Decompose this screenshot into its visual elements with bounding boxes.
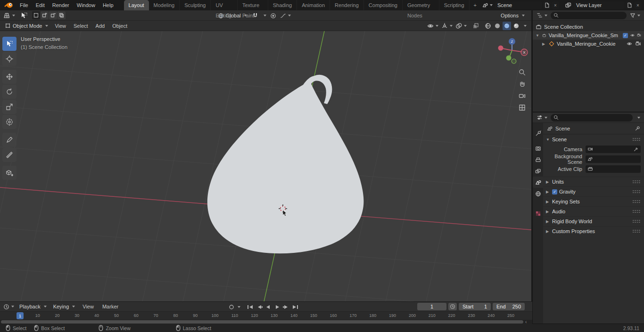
tab-view-layer-properties[interactable] <box>533 165 543 177</box>
add-workspace-button[interactable]: + <box>470 0 481 10</box>
pan-button[interactable] <box>517 79 527 89</box>
expand-toggle-icon[interactable]: ▼ <box>536 33 540 38</box>
add-cube-tool-button[interactable] <box>2 166 17 180</box>
playback-dropdown[interactable]: Playback <box>17 302 50 311</box>
section-gravity[interactable]: ▶ ✓ Gravity <box>543 186 644 196</box>
menu-object[interactable]: Object <box>108 21 131 31</box>
active-tool-button[interactable] <box>19 11 29 20</box>
tab-texture-properties[interactable] <box>533 208 543 219</box>
remove-view-layer-button[interactable]: × <box>634 1 642 9</box>
select-mode-extend-button[interactable] <box>41 11 49 19</box>
gizmo-neg-x-axis[interactable] <box>498 46 504 51</box>
section-custom-properties[interactable]: ▶ Custom Properties <box>543 226 644 236</box>
menu-window[interactable]: Window <box>73 0 99 10</box>
section-keying-sets[interactable]: ▶ Keying Sets <box>543 196 644 206</box>
unlink-scene-button[interactable]: × <box>552 1 559 9</box>
cursor-tool-button[interactable] <box>2 52 17 66</box>
menu-render[interactable]: Render <box>49 0 73 10</box>
drag-dots-icon[interactable] <box>632 219 640 223</box>
shading-settings-dropdown[interactable] <box>521 22 528 30</box>
pin-icon[interactable] <box>635 126 640 131</box>
shading-wireframe-button[interactable] <box>484 22 492 30</box>
jump-to-next-keyframe-button[interactable] <box>282 303 290 311</box>
snap-settings-dropdown[interactable] <box>261 11 268 20</box>
viewport-3d[interactable]: Z X User Perspective (1) Scene Collectio… <box>0 31 531 301</box>
view-layer-field[interactable]: View Layer <box>574 1 625 9</box>
menu-file[interactable]: File <box>16 0 32 10</box>
workspace-tab-sculpting[interactable]: Sculpting <box>180 0 211 10</box>
tab-output-properties[interactable] <box>533 154 543 165</box>
jump-to-end-button[interactable] <box>291 303 299 311</box>
gizmos-dropdown[interactable] <box>440 22 454 30</box>
object-visibility-dropdown[interactable] <box>426 22 439 30</box>
menu-help[interactable]: Help <box>99 0 117 10</box>
workspace-tab-scripting[interactable]: Scripting <box>439 0 470 10</box>
select-mode-new-button[interactable] <box>32 11 40 19</box>
properties-search-input[interactable] <box>551 114 633 121</box>
use-preview-range-button[interactable] <box>448 303 457 310</box>
outliner-row-object[interactable]: ▶ Vanilla_Meringue_Cookie <box>533 40 644 48</box>
tab-scene-properties[interactable] <box>533 177 543 188</box>
timeline-scrollbar[interactable] <box>1 320 523 324</box>
section-scene[interactable]: ▼ Scene <box>543 134 644 144</box>
workspace-tab-modeling[interactable]: Modeling <box>149 0 180 10</box>
editor-type-button[interactable] <box>2 11 17 20</box>
properties-options-dropdown[interactable] <box>635 113 642 122</box>
gizmo-y-axis[interactable] <box>506 56 512 61</box>
timeline-ruler[interactable]: 1 10203040506070809010011012013014015016… <box>0 312 532 320</box>
hide-in-viewport-icon[interactable] <box>630 32 635 38</box>
workspace-tab-animation[interactable]: Animation <box>297 0 330 10</box>
select-box-tool-button[interactable] <box>2 37 17 51</box>
start-frame-field[interactable]: Start 1 <box>459 303 491 310</box>
section-units[interactable]: ▶ Units <box>543 177 644 186</box>
tab-render-properties[interactable] <box>533 143 543 154</box>
rotate-tool-button[interactable] <box>2 85 17 99</box>
zoom-button[interactable] <box>517 67 527 77</box>
auto-keying-button[interactable] <box>227 303 236 311</box>
menu-add[interactable]: Add <box>92 21 109 31</box>
drag-dots-icon[interactable] <box>632 190 640 194</box>
drag-dots-icon[interactable] <box>632 210 640 213</box>
xray-toggle-button[interactable] <box>471 22 480 30</box>
keying-dropdown[interactable]: Keying <box>50 302 78 311</box>
active-clip-field[interactable] <box>586 165 641 173</box>
drag-dots-icon[interactable] <box>632 229 640 233</box>
select-mode-subtract-button[interactable] <box>49 11 57 19</box>
end-frame-field[interactable]: End 250 <box>493 303 525 310</box>
menu-edit[interactable]: Edit <box>32 0 49 10</box>
outliner-row-scene-collection[interactable]: Scene Collection <box>533 23 644 31</box>
keying-set-dropdown[interactable] <box>236 303 242 311</box>
shading-solid-button[interactable] <box>493 22 502 30</box>
scene-name-field[interactable]: Scene <box>495 1 542 9</box>
gizmo-neg-y-axis[interactable] <box>512 59 516 64</box>
scale-tool-button[interactable] <box>2 100 17 114</box>
disable-in-renders-icon[interactable] <box>635 41 641 47</box>
collection-checkbox[interactable]: ✓ <box>623 33 628 38</box>
shading-rendered-button[interactable] <box>512 22 520 30</box>
overlays-dropdown[interactable] <box>454 22 468 30</box>
disable-in-renders-icon[interactable] <box>637 32 641 38</box>
eyedropper-icon[interactable] <box>634 146 639 152</box>
workspace-tab-layout[interactable]: Layout <box>124 0 149 10</box>
outliner-search-input[interactable] <box>551 12 627 19</box>
jump-to-start-button[interactable] <box>246 303 255 311</box>
menu-view[interactable]: View <box>51 21 70 31</box>
section-rigid-body-world[interactable]: ▶ Rigid Body World <box>543 216 644 226</box>
blender-menu-button[interactable] <box>0 2 16 8</box>
gravity-checkbox[interactable]: ✓ <box>552 189 557 194</box>
new-scene-button[interactable] <box>543 1 551 9</box>
tab-world-properties[interactable] <box>533 188 543 199</box>
play-reverse-button[interactable] <box>264 303 272 311</box>
drag-dots-icon[interactable] <box>632 138 640 141</box>
outliner-editor-type-button[interactable] <box>535 11 549 20</box>
new-view-layer-button[interactable] <box>626 1 633 9</box>
hide-in-viewport-icon[interactable] <box>626 41 633 47</box>
outliner-filter-button[interactable] <box>628 11 642 20</box>
drag-dots-icon[interactable] <box>632 200 640 203</box>
camera-field[interactable] <box>586 146 641 153</box>
expand-toggle-icon[interactable]: ▶ <box>542 42 546 46</box>
select-mode-intersect-button[interactable] <box>58 11 66 19</box>
jump-to-prev-keyframe-button[interactable] <box>255 303 264 311</box>
browse-scene-dropdown[interactable] <box>481 1 494 9</box>
current-frame-field[interactable]: 1 <box>417 303 446 310</box>
